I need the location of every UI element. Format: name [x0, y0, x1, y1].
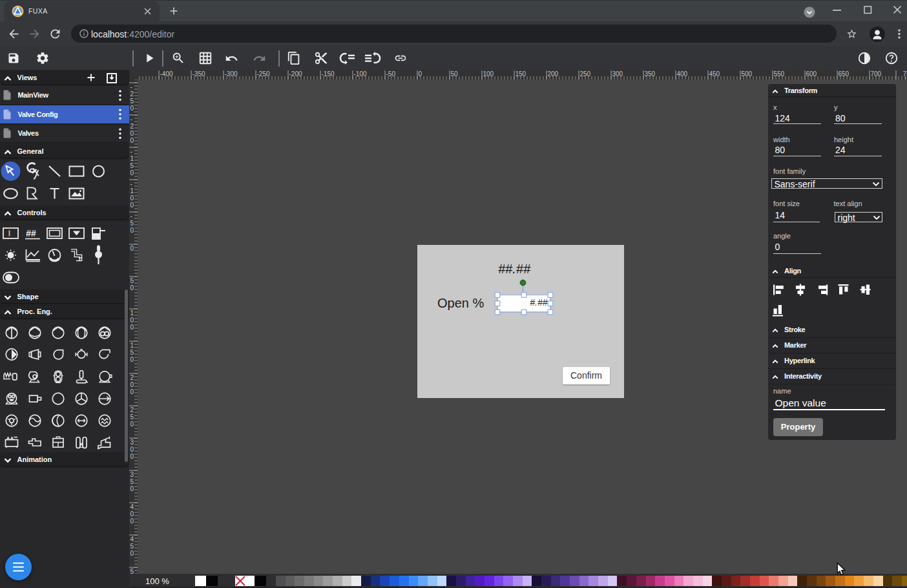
svg-text:##: ##: [26, 228, 36, 238]
